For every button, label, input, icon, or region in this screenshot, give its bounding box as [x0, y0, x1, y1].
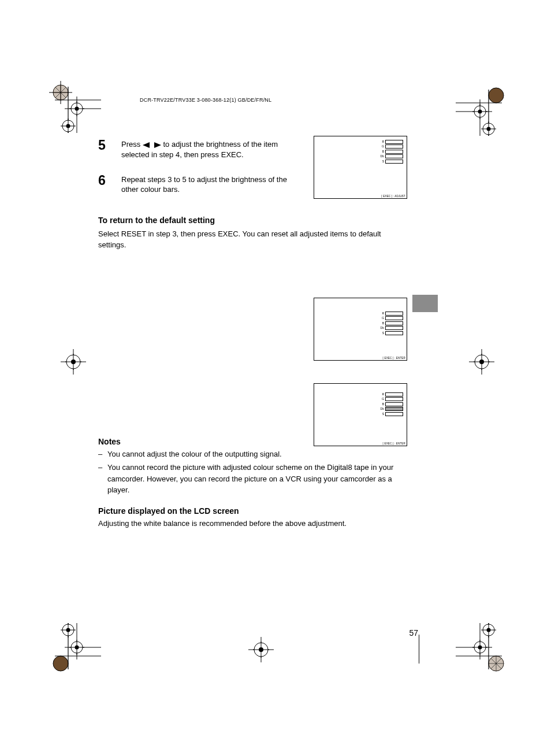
meter-label: S	[380, 413, 384, 416]
svg-point-16	[489, 88, 504, 103]
meter-label: B	[380, 322, 384, 325]
cut-line	[419, 635, 419, 664]
meter-label: G	[380, 145, 384, 148]
reset-paragraph: Select RESET in step 3, then press EXEC.…	[98, 228, 401, 251]
lcd-paragraph: Adjusting the white balance is recommend…	[98, 518, 401, 529]
meter-label: B	[380, 150, 384, 153]
svg-point-37	[75, 646, 79, 650]
meter-label: S	[380, 160, 384, 163]
screen-caption-1: [ EXEC ] : ADJUST	[381, 195, 405, 198]
svg-point-51	[478, 646, 482, 650]
notes-list: You cannot adjust the colour of the outp…	[98, 449, 416, 496]
registration-mark-bottom-left	[49, 623, 101, 675]
target-mark-mid-right	[469, 349, 494, 375]
svg-point-24	[478, 110, 482, 114]
meter-label: Db	[380, 327, 384, 329]
step-number-5: 5	[98, 138, 106, 153]
screen-caption-3: [ EXEC ] : ENTER	[383, 442, 405, 445]
meter-label: G	[380, 398, 384, 401]
left-right-arrow-icon	[143, 140, 161, 150]
svg-marker-75	[154, 142, 161, 148]
registration-mark-top-right	[456, 84, 508, 136]
screen-caption-2: [ EXEC ] : ENTER	[383, 357, 405, 360]
registration-mark-top-left	[49, 81, 101, 133]
step-6-text: Repeat steps 3 to 5 to adjust the bright…	[121, 173, 303, 195]
step-number-6: 6	[98, 173, 106, 188]
meter-label: Db	[380, 407, 384, 410]
screen-illustration-2: R G B Db S [ EXEC ] : ENTER	[314, 298, 407, 361]
reset-heading: To return to the default setting	[98, 216, 416, 225]
meter-label: R	[380, 140, 384, 143]
svg-point-28	[487, 127, 491, 131]
step-5-prefix: Press	[121, 140, 143, 149]
note-item-1: You cannot adjust the colour of the outp…	[98, 449, 416, 460]
meter-label: G	[380, 317, 384, 320]
meter-label: B	[380, 403, 384, 406]
target-mark-mid-left	[61, 349, 86, 375]
registration-mark-bottom-right	[456, 623, 508, 675]
lcd-heading: Picture displayed on the LCD screen	[98, 506, 416, 516]
svg-marker-74	[143, 142, 150, 148]
screen-illustration-1: R G B Db S [ EXEC ] : ADJUST	[314, 136, 407, 199]
screen-illustration-3: R G B Db S [ EXEC ] : ENTER	[314, 383, 407, 446]
svg-point-15	[66, 124, 70, 128]
target-mark-bottom-center	[248, 637, 274, 662]
page-header-text: DCR-TRV22E/TRV33E 3-080-368-12(1) GB/DE/…	[140, 97, 271, 103]
meter-label: R	[380, 312, 384, 315]
note-item-2: You cannot record the picture with adjus…	[98, 462, 416, 496]
svg-point-41	[66, 628, 70, 632]
svg-point-29	[53, 656, 68, 671]
page-edge-tab	[412, 295, 438, 312]
step-5-text: Press to adjust the brightness of the it…	[121, 138, 303, 160]
page-number: 57	[409, 628, 418, 638]
meter-label: S	[380, 332, 384, 335]
svg-point-55	[487, 628, 491, 632]
svg-point-11	[75, 107, 79, 111]
meter-label: Db	[380, 155, 384, 158]
meter-label: R	[380, 393, 384, 396]
